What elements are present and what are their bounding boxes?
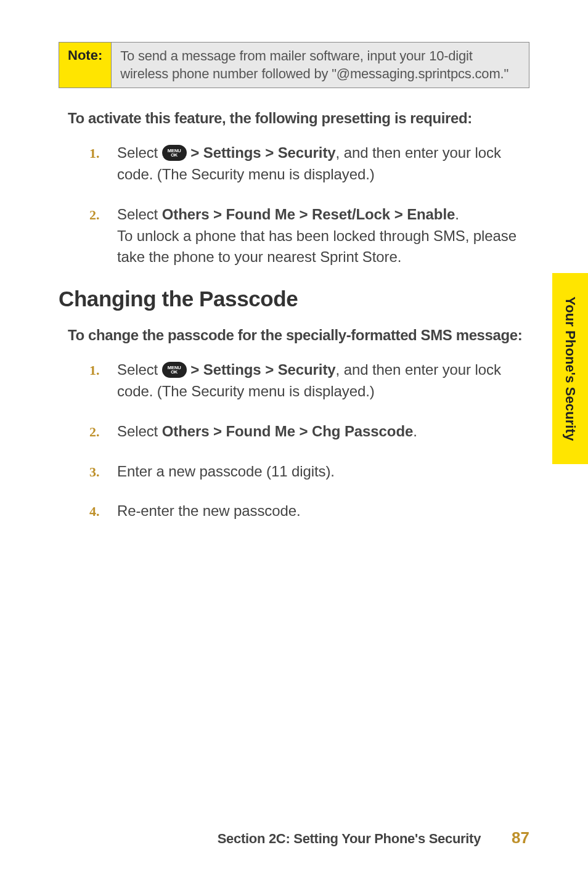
- step-number: 4.: [89, 500, 117, 522]
- menu-ok-icon: MENU OK: [162, 145, 187, 161]
- step-text: Enter a new passcode (11 digits).: [117, 463, 335, 480]
- step-body: Select MENU OK > Settings > Security, an…: [117, 359, 529, 402]
- step-number: 1.: [89, 359, 117, 402]
- step-text: .: [413, 423, 417, 439]
- activate-heading: To activate this feature, the following …: [68, 110, 529, 127]
- step-after: To unlock a phone that has been locked t…: [117, 227, 517, 266]
- side-tab-text: Your Phone's Security: [562, 296, 578, 441]
- step-text: Re-enter the new passcode.: [117, 502, 301, 519]
- page-footer: Section 2C: Setting Your Phone's Securit…: [0, 828, 588, 847]
- changing-passcode-heading: Changing the Passcode: [59, 287, 529, 311]
- note-text: To send a message from mailer software, …: [112, 43, 529, 88]
- activate-steps: 1. Select MENU OK > Settings > Security,…: [59, 142, 529, 268]
- step-text: Select: [117, 423, 162, 439]
- list-item: 3. Enter a new passcode (11 digits).: [89, 461, 529, 483]
- step-body: Select MENU OK > Settings > Security, an…: [117, 142, 529, 186]
- step-body: Select Others > Found Me > Reset/Lock > …: [117, 204, 529, 268]
- menu-ok-icon: MENU OK: [162, 362, 187, 378]
- list-item: 2. Select Others > Found Me > Reset/Lock…: [89, 204, 529, 268]
- step-text: Select: [117, 144, 162, 161]
- step-text: .: [455, 206, 459, 223]
- step-number: 2.: [89, 204, 117, 268]
- step-body: Enter a new passcode (11 digits).: [117, 461, 529, 483]
- note-label: Note:: [59, 43, 112, 88]
- step-bold: Others > Found Me > Chg Passcode: [162, 423, 414, 439]
- changepass-steps: 1. Select MENU OK > Settings > Security,…: [59, 359, 529, 522]
- step-bold: Others > Found Me > Reset/Lock > Enable: [162, 206, 455, 223]
- step-body: Select Others > Found Me > Chg Passcode.: [117, 421, 529, 443]
- step-text: Select: [117, 361, 162, 378]
- note-box: Note: To send a message from mailer soft…: [59, 42, 529, 88]
- list-item: 1. Select MENU OK > Settings > Security,…: [89, 359, 529, 402]
- change-passcode-subheading: To change the passcode for the specially…: [68, 327, 529, 344]
- step-text: Select: [117, 206, 162, 223]
- footer-page-number: 87: [512, 828, 529, 847]
- step-bold: > Settings > Security: [190, 144, 335, 161]
- step-bold: > Settings > Security: [190, 361, 335, 378]
- step-number: 2.: [89, 421, 117, 443]
- list-item: 1. Select MENU OK > Settings > Security,…: [89, 142, 529, 186]
- side-tab: Your Phone's Security: [552, 273, 588, 464]
- icon-label-bottom: OK: [171, 369, 178, 375]
- step-body: Re-enter the new passcode.: [117, 500, 529, 522]
- list-item: 4. Re-enter the new passcode.: [89, 500, 529, 522]
- step-number: 1.: [89, 142, 117, 186]
- list-item: 2. Select Others > Found Me > Chg Passco…: [89, 421, 529, 443]
- step-number: 3.: [89, 461, 117, 483]
- footer-section-title: Section 2C: Setting Your Phone's Securit…: [218, 831, 481, 847]
- icon-label-bottom: OK: [171, 152, 178, 158]
